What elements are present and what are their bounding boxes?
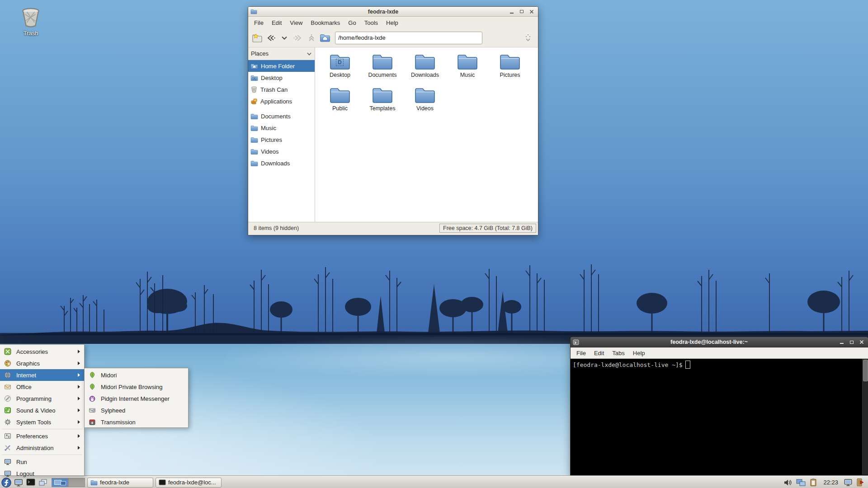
taskbar: feodra-lxde feodra-lxde@loc... 22:23 bbox=[0, 476, 868, 488]
clipboard-icon[interactable] bbox=[810, 478, 818, 487]
fm-menu-bookmarks[interactable]: Bookmarks bbox=[307, 18, 344, 28]
fm-window-title: feodra-lxde bbox=[257, 9, 509, 15]
address-bar-input[interactable] bbox=[335, 32, 482, 44]
menu-separator bbox=[2, 455, 82, 455]
fm-minimize-button[interactable] bbox=[509, 9, 514, 14]
preferences-icon bbox=[4, 432, 12, 440]
fm-statusbar: 8 items (9 hidden) Free space: 4.7 GiB (… bbox=[248, 222, 538, 234]
terminal-close-button[interactable] bbox=[859, 339, 864, 345]
home-button-icon[interactable] bbox=[319, 31, 331, 45]
folder-templates[interactable]: Templates bbox=[361, 84, 404, 118]
menu-item-administration[interactable]: Administration bbox=[0, 442, 84, 454]
fm-menu-tools[interactable]: Tools bbox=[360, 18, 382, 28]
forward-button-icon[interactable] bbox=[292, 31, 304, 45]
fm-menu-go[interactable]: Go bbox=[344, 18, 360, 28]
volume-icon[interactable] bbox=[783, 479, 793, 487]
sidebar-item-pictures[interactable]: Pictures bbox=[248, 134, 315, 145]
history-dropdown-icon[interactable] bbox=[278, 31, 291, 45]
terminal-prompt: [feodra-lxde@localhost-live ~]$ bbox=[573, 361, 683, 368]
new-tab-icon[interactable] bbox=[251, 31, 264, 45]
folder-icon bbox=[250, 148, 258, 155]
jump-to-icon[interactable] bbox=[522, 31, 534, 45]
submenu-item-midori[interactable]: Midori bbox=[85, 369, 188, 381]
sidebar-item-desktop[interactable]: Desktop bbox=[248, 72, 315, 84]
folder-icon bbox=[499, 52, 521, 70]
windows-icon bbox=[38, 479, 47, 487]
folder-public[interactable]: Public bbox=[319, 84, 361, 118]
taskbar-task-terminal[interactable]: feodra-lxde@loc... bbox=[156, 478, 222, 488]
fm-maximize-button[interactable] bbox=[519, 9, 524, 14]
terminal-output-area[interactable]: [feodra-lxde@localhost-live ~]$ bbox=[571, 359, 868, 475]
screensaver-monitor-icon[interactable] bbox=[844, 478, 853, 487]
terminal-menu-tabs[interactable]: Tabs bbox=[608, 349, 628, 357]
up-button-icon[interactable] bbox=[305, 31, 318, 45]
submenu-item-transmission[interactable]: Transmission bbox=[85, 416, 188, 428]
terminal-menu-help[interactable]: Help bbox=[629, 349, 649, 357]
desktop-root: Trash feodra-lxde File Edit View Bookmar… bbox=[0, 0, 868, 488]
sidebar-item-documents[interactable]: Documents bbox=[248, 110, 315, 122]
menu-item-run[interactable]: Run bbox=[0, 456, 84, 468]
sidebar-item-videos[interactable]: Videos bbox=[248, 145, 315, 157]
folder-desktop[interactable]: D Desktop bbox=[319, 51, 361, 84]
folder-music[interactable]: Music bbox=[446, 51, 489, 84]
taskbar-clock[interactable]: 22:23 bbox=[823, 479, 838, 486]
transmission-icon bbox=[88, 418, 96, 426]
fm-close-button[interactable] bbox=[529, 9, 534, 14]
terminal-maximize-button[interactable] bbox=[849, 339, 854, 345]
pidgin-bird-icon bbox=[88, 394, 96, 403]
menu-item-programming[interactable]: Programming bbox=[0, 393, 84, 404]
submenu-item-pidgin[interactable]: Pidgin Internet Messenger bbox=[85, 393, 188, 404]
fm-menu-help[interactable]: Help bbox=[382, 18, 402, 28]
terminal-menu-edit[interactable]: Edit bbox=[590, 349, 608, 357]
menu-item-preferences[interactable]: Preferences bbox=[0, 430, 84, 442]
menu-item-logout[interactable]: Logout bbox=[0, 468, 84, 479]
menu-item-internet[interactable]: Internet bbox=[0, 369, 84, 381]
sidebar-item-downloads[interactable]: Downloads bbox=[248, 157, 315, 169]
fm-file-view[interactable]: D Desktop Documents Downloads Musi bbox=[315, 47, 538, 222]
sidebar-item-home-folder[interactable]: Home Folder bbox=[248, 60, 315, 72]
network-icon[interactable] bbox=[796, 479, 806, 487]
sidebar-item-trash-can[interactable]: Trash Can bbox=[248, 84, 315, 95]
menu-item-accessories[interactable]: Accessories bbox=[0, 346, 84, 357]
terminal-cursor bbox=[685, 361, 690, 369]
sidebar-item-applications[interactable]: Applications bbox=[248, 95, 315, 107]
folder-icon bbox=[372, 86, 393, 104]
home-folder-icon bbox=[250, 63, 258, 70]
folder-icon bbox=[250, 160, 258, 167]
terminal-minimize-button[interactable] bbox=[839, 339, 844, 345]
programming-icon bbox=[4, 394, 12, 403]
sidebar-item-music[interactable]: Music bbox=[248, 122, 315, 134]
menu-item-sound-video[interactable]: Sound & Video bbox=[0, 404, 84, 416]
internet-globe-icon bbox=[4, 371, 12, 379]
back-button-icon[interactable] bbox=[264, 31, 277, 45]
folder-icon bbox=[250, 136, 258, 143]
accessories-icon bbox=[4, 347, 12, 356]
terminal-scrollbar[interactable] bbox=[862, 359, 868, 475]
application-menu: Accessories Graphics Internet Office Pro… bbox=[0, 344, 85, 476]
terminal-menu-file[interactable]: File bbox=[572, 349, 590, 357]
items-count-status: 8 items (9 hidden) bbox=[254, 225, 439, 231]
folder-documents[interactable]: Documents bbox=[361, 51, 404, 84]
places-header[interactable]: Places bbox=[248, 47, 315, 60]
trash-icon bbox=[19, 5, 42, 29]
folder-icon bbox=[414, 52, 436, 70]
menu-item-office[interactable]: Office bbox=[0, 381, 84, 393]
folder-downloads[interactable]: Downloads bbox=[404, 51, 446, 84]
fm-menubar: File Edit View Bookmarks Go Tools Help bbox=[248, 17, 538, 28]
submenu-item-sylpheed[interactable]: Sylpheed bbox=[85, 404, 188, 416]
folder-icon bbox=[250, 125, 258, 131]
fm-menu-file[interactable]: File bbox=[250, 18, 268, 28]
taskbar-task-file-manager[interactable]: feodra-lxde bbox=[87, 478, 153, 488]
logout-door-icon[interactable] bbox=[856, 478, 865, 487]
folder-videos[interactable]: Videos bbox=[404, 84, 446, 118]
fm-menu-edit[interactable]: Edit bbox=[268, 18, 286, 28]
desktop-trash-icon[interactable]: Trash bbox=[14, 5, 48, 37]
terminal-titlebar[interactable]: feodra-lxde@localhost-live:~ bbox=[571, 337, 868, 347]
folder-pictures[interactable]: Pictures bbox=[489, 51, 531, 84]
fm-titlebar[interactable]: feodra-lxde bbox=[248, 7, 538, 17]
scrollbar-thumb[interactable] bbox=[863, 360, 868, 381]
menu-item-system-tools[interactable]: System Tools bbox=[0, 416, 84, 428]
submenu-item-midori-private[interactable]: Midori Private Browsing bbox=[85, 381, 188, 393]
menu-item-graphics[interactable]: Graphics bbox=[0, 357, 84, 369]
fm-menu-view[interactable]: View bbox=[286, 18, 307, 28]
